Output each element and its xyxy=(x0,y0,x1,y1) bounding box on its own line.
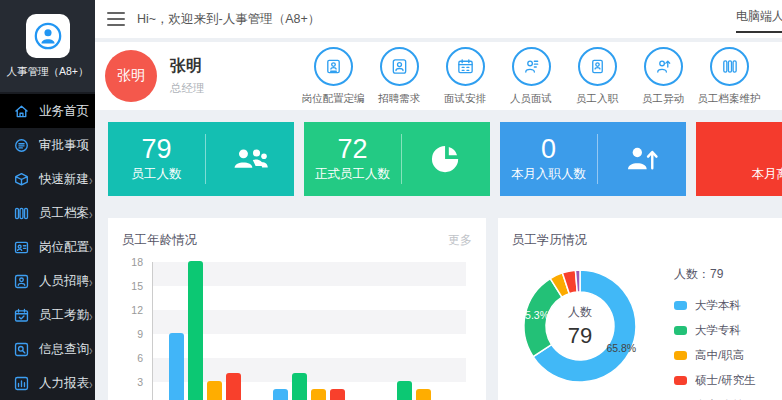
stat-card[interactable]: 72正式员工人数 xyxy=(304,122,490,196)
quick-action-label: 人员面试 xyxy=(510,92,552,106)
interview-person-icon xyxy=(512,47,551,86)
sidebar-item-label: 快速新建 xyxy=(39,171,89,188)
bar xyxy=(292,373,307,400)
sidebar-item[interactable]: 审批事项 xyxy=(0,128,95,162)
chevron-right-icon: › xyxy=(89,171,93,188)
stat-value: 0 xyxy=(696,135,782,163)
profile-strip: 张明 张明 总经理 岗位配置定编招聘需求面试安排人员面试员工入职员工异动员工档案… xyxy=(95,42,782,110)
menu-toggle-icon[interactable] xyxy=(107,12,125,26)
sidebar-item[interactable]: 人力报表› xyxy=(0,366,95,400)
greeting-text: Hi~，欢迎来到-人事管理（A8+） xyxy=(137,11,320,28)
sidebar-item[interactable]: 岗位配置› xyxy=(0,230,95,264)
legend-item[interactable]: 中专/中技 xyxy=(674,393,756,400)
sidebar-item[interactable]: 员工考勤› xyxy=(0,298,95,332)
chevron-right-icon: › xyxy=(89,273,93,290)
home-icon xyxy=(13,103,30,120)
chevron-right-icon: › xyxy=(89,341,93,358)
quick-action-button[interactable]: 招聘需求 xyxy=(366,47,432,106)
education-panel-title: 员工学历情况 xyxy=(512,232,587,249)
bar-chart-y-axis: 0369121518 xyxy=(122,262,146,400)
education-donut-chart: 65.8%25.3% 人数 79 xyxy=(516,262,654,400)
stat-card[interactable]: 0本月入职人数 xyxy=(500,122,686,196)
sidebar-menu: 业务首页审批事项快速新建›员工档案›岗位配置›人员招聘›员工考勤›信息查询›人力… xyxy=(0,92,95,400)
quick-action-label: 招聘需求 xyxy=(378,92,420,106)
stat-value: 79 xyxy=(108,135,205,163)
sidebar-item[interactable]: 人员招聘› xyxy=(0,264,95,298)
sidebar-item-label: 人力报表 xyxy=(39,375,89,392)
quick-create-icon xyxy=(13,171,30,188)
quick-actions: 岗位配置定编招聘需求面试安排人员面试员工入职员工异动员工档案维护 xyxy=(300,47,762,106)
approval-icon xyxy=(13,137,30,154)
bar xyxy=(311,389,326,400)
employee-entry-icon xyxy=(578,47,617,86)
quick-action-button[interactable]: 员工档案维护 xyxy=(696,47,762,106)
employee-files-icon xyxy=(13,205,30,222)
stat-card[interactable]: 79员工人数 xyxy=(108,122,294,196)
y-tick-label: 3 xyxy=(137,376,143,388)
main-area: Hi~，欢迎来到-人事管理（A8+） 电脑端人事管理 张明 张明 总经理 岗位配… xyxy=(95,0,782,400)
age-panel-title: 员工年龄情况 xyxy=(122,232,197,249)
quick-action-button[interactable]: 员工入职 xyxy=(564,47,630,106)
app-logo-icon xyxy=(26,14,70,58)
sidebar-item-label: 业务首页 xyxy=(39,103,89,120)
stat-card[interactable]: 0本月离职人数 xyxy=(696,122,782,196)
chevron-right-icon: › xyxy=(89,307,93,324)
sidebar-item-label: 岗位配置 xyxy=(39,239,89,256)
legend-item[interactable]: 高中/职高 xyxy=(674,343,756,368)
quick-action-label: 员工档案维护 xyxy=(698,92,761,106)
chevron-right-icon: › xyxy=(89,239,93,256)
sidebar-item[interactable]: 快速新建› xyxy=(0,162,95,196)
legend-item[interactable]: 大学专科 xyxy=(674,318,756,343)
bar xyxy=(416,389,431,400)
user-role: 总经理 xyxy=(170,81,236,96)
quick-action-label: 面试安排 xyxy=(444,92,486,106)
education-panel: 员工学历情况 65.8%25.3% 人数 79 人数：79 大学本科大学专科高中… xyxy=(498,218,782,400)
more-link[interactable]: 更多 xyxy=(448,232,472,249)
stat-cards: 79员工人数72正式员工人数0本月入职人数0本月离职人数 xyxy=(108,122,782,196)
bar-group xyxy=(362,262,466,400)
dashboard-panels: 员工年龄情况 更多 0369121518 员工学历情况 65.8%25.3% 人 xyxy=(108,218,782,400)
user-name: 张明 xyxy=(170,56,236,77)
bar xyxy=(397,381,412,400)
sidebar-item[interactable]: 信息查询› xyxy=(0,332,95,366)
quick-action-label: 岗位配置定编 xyxy=(302,92,365,106)
sidebar-item-label: 员工档案 xyxy=(39,205,89,222)
sidebar-item[interactable]: 业务首页 xyxy=(0,94,95,128)
team-icon xyxy=(206,145,294,173)
legend-title: 人数：79 xyxy=(674,266,756,283)
app-title: 人事管理（A8+） xyxy=(7,65,89,79)
chevron-right-icon: › xyxy=(89,375,93,392)
person-up-icon xyxy=(598,145,686,173)
quick-action-button[interactable]: 面试安排 xyxy=(432,47,498,106)
legend-swatch xyxy=(674,326,687,335)
avatar: 张明 xyxy=(105,50,157,102)
tab-pc-hr[interactable]: 电脑端人事管理 xyxy=(736,8,782,33)
sidebar-item-label: 审批事项 xyxy=(39,137,89,154)
y-tick-label: 12 xyxy=(131,304,143,316)
stat-value: 72 xyxy=(304,135,401,163)
legend-label: 硕士/研究生 xyxy=(695,373,756,388)
recruit-icon xyxy=(13,273,30,290)
quick-action-button[interactable]: 岗位配置定编 xyxy=(300,47,366,106)
quick-action-button[interactable]: 员工异动 xyxy=(630,47,696,106)
sidebar-item-label: 人员招聘 xyxy=(39,273,89,290)
legend-item[interactable]: 大学本科 xyxy=(674,293,756,318)
sidebar-item-label: 员工考勤 xyxy=(39,307,89,324)
bar xyxy=(188,261,203,400)
donut-pct-label: 65.8% xyxy=(606,342,636,354)
sidebar: 人事管理（A8+） 业务首页审批事项快速新建›员工档案›岗位配置›人员招聘›员工… xyxy=(0,0,95,400)
legend-label: 高中/职高 xyxy=(695,348,744,363)
bar-group xyxy=(153,262,257,400)
y-tick-label: 9 xyxy=(137,328,143,340)
chevron-right-icon: › xyxy=(89,205,93,222)
legend-item[interactable]: 硕士/研究生 xyxy=(674,368,756,393)
quick-action-button[interactable]: 人员面试 xyxy=(498,47,564,106)
sidebar-item-label: 信息查询 xyxy=(39,341,89,358)
legend-swatch xyxy=(674,376,687,385)
bar-group xyxy=(257,262,361,400)
legend-label: 大学专科 xyxy=(695,323,741,338)
bar xyxy=(226,373,241,400)
sidebar-item[interactable]: 员工档案› xyxy=(0,196,95,230)
top-header: Hi~，欢迎来到-人事管理（A8+） 电脑端人事管理 xyxy=(95,0,782,38)
quick-action-label: 员工异动 xyxy=(642,92,684,106)
